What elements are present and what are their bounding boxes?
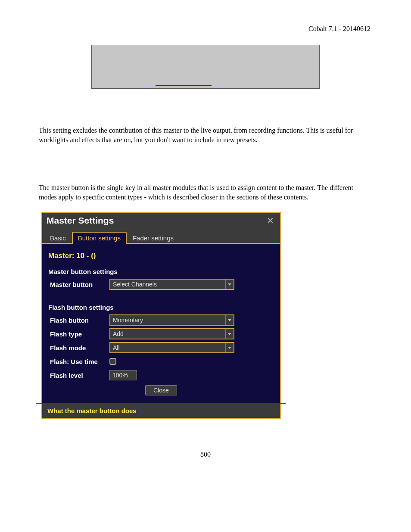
bottom-section-title: What the master button does [42, 404, 280, 418]
chevron-down-icon [225, 343, 234, 352]
label-flash-type: Flash type [48, 330, 109, 338]
checkbox-flash-use-time[interactable] [109, 358, 116, 365]
chevron-down-icon [225, 329, 234, 339]
section-master-button-settings: Master button settings [48, 268, 274, 275]
close-icon[interactable]: ✕ [265, 216, 276, 225]
page-number: 800 [39, 451, 372, 458]
dropdown-flash-type[interactable]: Add [109, 328, 234, 339]
master-header: Master: 10 - () [48, 252, 274, 260]
page-header-version: Cobalt 7.1 - 20140612 [39, 25, 372, 33]
dropdown-flash-mode[interactable]: All [109, 342, 234, 353]
dropdown-master-button[interactable]: Select Channels [109, 279, 234, 290]
label-flash-mode: Flash mode [48, 344, 109, 352]
dropdown-flash-button[interactable]: Momentary [109, 314, 234, 326]
dropdown-flash-button-value: Momentary [110, 317, 225, 324]
paragraph-exclude-record: This setting excludes the contribution o… [39, 126, 372, 144]
label-master-button: Master button [48, 281, 109, 288]
row-master-button: Master button Select Channels [48, 278, 274, 291]
row-flash-level: Flash level 100% [48, 369, 274, 382]
label-flash-level: Flash level [48, 372, 109, 379]
section-flash-button-settings: Flash button settings [48, 304, 274, 311]
dropdown-master-button-value: Select Channels [110, 281, 225, 288]
input-flash-level[interactable]: 100% [109, 370, 137, 380]
dialog-titlebar: Master Settings ✕ [42, 213, 280, 228]
dropdown-flash-mode-value: All [110, 344, 225, 351]
row-flash-button: Flash button Momentary [48, 314, 274, 327]
chevron-down-icon [225, 315, 234, 325]
placeholder-link-underline [156, 85, 212, 86]
close-button[interactable]: Close [145, 385, 177, 395]
chevron-down-icon [225, 280, 234, 289]
label-flash-button: Flash button [48, 317, 109, 324]
label-flash-use-time: Flash: Use time [48, 358, 109, 365]
tab-button-settings[interactable]: Button settings [72, 232, 127, 244]
dialog-tabbar: Basic Button settings Fader settings [42, 228, 280, 244]
placeholder-image-box [91, 45, 320, 89]
dialog-title: Master Settings [47, 215, 265, 226]
master-settings-dialog: Master Settings ✕ Basic Button settings … [41, 212, 281, 419]
tab-fader-settings[interactable]: Fader settings [127, 232, 180, 244]
tab-basic[interactable]: Basic [44, 232, 72, 244]
dialog-content: Master: 10 - () Master button settings M… [42, 244, 280, 401]
row-flash-type: Flash type Add [48, 327, 274, 340]
paragraph-master-button-intro: The master button is the single key in a… [39, 183, 372, 202]
dropdown-flash-type-value: Add [110, 330, 225, 337]
row-flash-mode: Flash mode All [48, 341, 274, 354]
row-flash-use-time: Flash: Use time [48, 355, 274, 368]
